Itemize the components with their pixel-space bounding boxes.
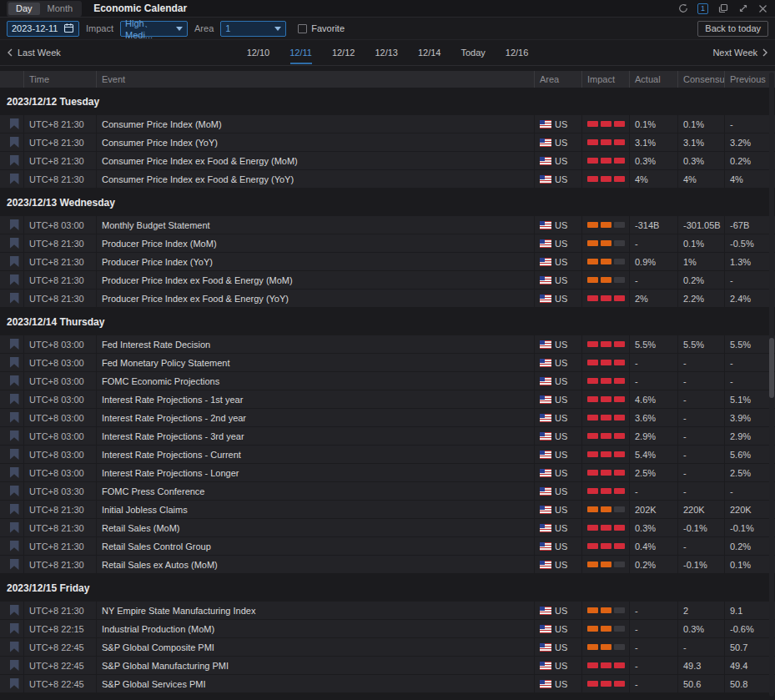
- bookmark-icon[interactable]: [10, 449, 19, 460]
- bookmark-icon[interactable]: [10, 357, 19, 368]
- pin-cell[interactable]: [0, 482, 23, 500]
- pin-cell[interactable]: [0, 464, 23, 481]
- table-row[interactable]: UTC+8 22:45S&P Global Manufacturing PMIU…: [0, 657, 775, 674]
- table-row[interactable]: UTC+8 22:45S&P Global Composite PMIUS--5…: [0, 638, 775, 656]
- bookmark-icon[interactable]: [10, 623, 19, 634]
- week-day-Today[interactable]: Today: [458, 41, 487, 64]
- refresh-icon[interactable]: [677, 3, 688, 14]
- table-row[interactable]: UTC+8 03:00Fed Monetary Policy Statement…: [0, 354, 775, 371]
- bookmark-icon[interactable]: [10, 219, 19, 230]
- layout-link-badge[interactable]: 1: [697, 3, 708, 14]
- bookmark-icon[interactable]: [10, 431, 19, 441]
- pin-cell[interactable]: [0, 133, 23, 151]
- table-row[interactable]: UTC+8 03:00Interest Rate Projections - L…: [0, 464, 775, 481]
- expand-icon[interactable]: [737, 3, 748, 14]
- favorite-filter[interactable]: Favorite: [298, 23, 345, 33]
- week-day-12-11[interactable]: 12/11: [287, 41, 315, 64]
- pin-cell[interactable]: [0, 657, 23, 674]
- week-day-12-12[interactable]: 12/12: [330, 41, 358, 64]
- bookmark-icon[interactable]: [10, 155, 19, 166]
- bookmark-icon[interactable]: [10, 559, 19, 570]
- bookmark-icon[interactable]: [10, 541, 19, 551]
- bookmark-icon[interactable]: [10, 642, 19, 652]
- pin-cell[interactable]: [0, 446, 23, 463]
- bookmark-icon[interactable]: [10, 256, 19, 267]
- pin-cell[interactable]: [0, 152, 23, 169]
- table-row[interactable]: UTC+8 22:45S&P Global Services PMIUS-50.…: [0, 675, 775, 692]
- table-row[interactable]: UTC+8 21:30Consumer Price Index ex Food …: [0, 152, 775, 169]
- table-row[interactable]: UTC+8 21:30Retail Sales Control GroupUS0…: [0, 537, 775, 555]
- bookmark-icon[interactable]: [10, 137, 19, 148]
- impact-select[interactable]: High、Medi...: [120, 21, 188, 37]
- pin-cell[interactable]: [0, 216, 23, 234]
- bookmark-icon[interactable]: [10, 339, 19, 350]
- table-row[interactable]: UTC+8 21:30Retail Sales ex Autos (MoM)US…: [0, 556, 775, 573]
- tab-month[interactable]: Month: [40, 3, 81, 15]
- table-row[interactable]: UTC+8 03:30FOMC Press ConferenceUS---: [0, 482, 775, 500]
- pin-cell[interactable]: [0, 620, 23, 637]
- pin-cell[interactable]: [0, 170, 23, 188]
- popout-icon[interactable]: [717, 3, 728, 14]
- table-row[interactable]: UTC+8 21:30Producer Price Index ex Food …: [0, 271, 775, 289]
- back-to-today-button[interactable]: Back to today: [697, 21, 768, 37]
- pin-cell[interactable]: [0, 602, 23, 619]
- table-row[interactable]: UTC+8 21:30NY Empire State Manufacturing…: [0, 602, 775, 619]
- table-row[interactable]: UTC+8 21:30Initial Jobless ClaimsUS202K2…: [0, 501, 775, 518]
- table-row[interactable]: UTC+8 21:30Producer Price Index (MoM)US-…: [0, 234, 775, 252]
- bookmark-icon[interactable]: [10, 504, 19, 515]
- table-row[interactable]: UTC+8 03:00Interest Rate Projections - 1…: [0, 390, 775, 408]
- table-row[interactable]: UTC+8 22:15Industrial Production (MoM)US…: [0, 620, 775, 637]
- week-day-12-13[interactable]: 12/13: [372, 41, 400, 64]
- table-row[interactable]: UTC+8 03:00Interest Rate Projections - 2…: [0, 409, 775, 426]
- table-row[interactable]: UTC+8 03:00Monthly Budget StatementUS-31…: [0, 216, 775, 234]
- bookmark-icon[interactable]: [10, 274, 19, 285]
- table-row[interactable]: UTC+8 21:30Producer Price Index ex Food …: [0, 290, 775, 307]
- bookmark-icon[interactable]: [10, 522, 19, 533]
- bookmark-icon[interactable]: [10, 293, 19, 304]
- pin-cell[interactable]: [0, 253, 23, 270]
- pin-cell[interactable]: [0, 638, 23, 656]
- pin-cell[interactable]: [0, 519, 23, 536]
- pin-cell[interactable]: [0, 501, 23, 518]
- pin-cell[interactable]: [0, 271, 23, 289]
- bookmark-icon[interactable]: [10, 486, 19, 496]
- pin-cell[interactable]: [0, 335, 23, 353]
- close-icon[interactable]: [757, 3, 768, 14]
- bookmark-icon[interactable]: [10, 375, 19, 386]
- table-row[interactable]: UTC+8 21:30Retail Sales (MoM)US0.3%-0.1%…: [0, 519, 775, 536]
- tab-day[interactable]: Day: [8, 3, 40, 15]
- scrollbar-thumb[interactable]: [769, 338, 774, 398]
- scrollbar-track[interactable]: [769, 73, 774, 697]
- date-picker[interactable]: 2023-12-11: [7, 21, 79, 37]
- pin-cell[interactable]: [0, 115, 23, 133]
- table-row[interactable]: UTC+8 03:00Interest Rate Projections - C…: [0, 446, 775, 463]
- week-day-12-10[interactable]: 12/10: [244, 41, 273, 64]
- pin-cell[interactable]: [0, 234, 23, 252]
- table-row[interactable]: UTC+8 03:00FOMC Economic ProjectionsUS--…: [0, 372, 775, 390]
- bookmark-icon[interactable]: [10, 174, 19, 184]
- week-day-12-14[interactable]: 12/14: [415, 41, 444, 64]
- table-row[interactable]: UTC+8 21:30Consumer Price Index (MoM)US0…: [0, 115, 775, 133]
- pin-cell[interactable]: [0, 290, 23, 307]
- bookmark-icon[interactable]: [10, 412, 19, 423]
- bookmark-icon[interactable]: [10, 118, 19, 129]
- pin-cell[interactable]: [0, 556, 23, 573]
- pin-cell[interactable]: [0, 390, 23, 408]
- bookmark-icon[interactable]: [10, 467, 19, 478]
- pin-cell[interactable]: [0, 354, 23, 371]
- bookmark-icon[interactable]: [10, 660, 19, 671]
- table-row[interactable]: UTC+8 03:00Fed Interest Rate DecisionUS5…: [0, 335, 775, 353]
- bookmark-icon[interactable]: [10, 394, 19, 405]
- pin-cell[interactable]: [0, 409, 23, 426]
- table-row[interactable]: UTC+8 21:30Consumer Price Index (YoY)US3…: [0, 133, 775, 151]
- bookmark-icon[interactable]: [10, 238, 19, 249]
- week-day-12-16[interactable]: 12/16: [503, 41, 531, 64]
- pin-cell[interactable]: [0, 372, 23, 390]
- area-select[interactable]: 1: [220, 21, 286, 37]
- pin-cell[interactable]: [0, 427, 23, 445]
- bookmark-icon[interactable]: [10, 605, 19, 616]
- bookmark-icon[interactable]: [10, 678, 19, 689]
- pin-cell[interactable]: [0, 675, 23, 692]
- table-row[interactable]: UTC+8 21:30Producer Price Index (YoY)US0…: [0, 253, 775, 270]
- favorite-checkbox[interactable]: [298, 24, 307, 33]
